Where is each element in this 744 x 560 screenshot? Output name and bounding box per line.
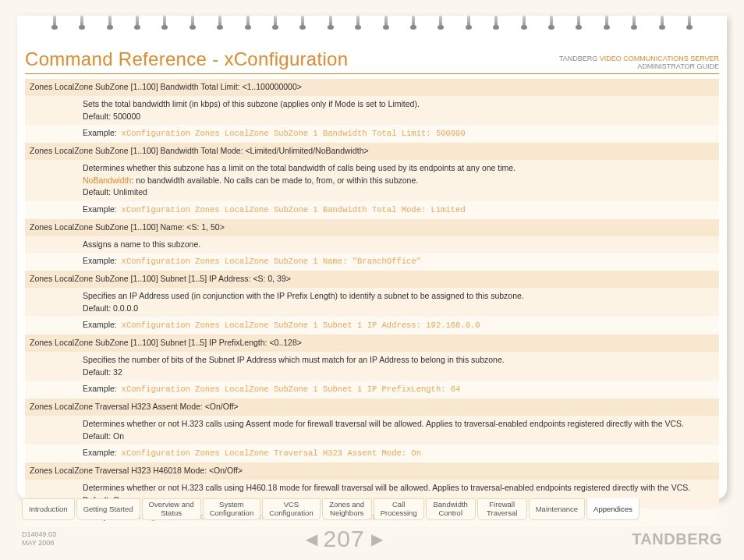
command-desc: Sets the total bandwidth limit (in kbps)… bbox=[25, 96, 719, 126]
tab-overview-and[interactable]: Overview andStatus bbox=[142, 498, 201, 520]
command-desc: Specifies the number of bits of the Subn… bbox=[25, 352, 719, 381]
tab-zones-and[interactable]: Zones andNeighbors bbox=[322, 498, 372, 520]
tab-bandwidth[interactable]: BandwidthControl bbox=[426, 498, 476, 520]
tab-call[interactable]: CallProcessing bbox=[374, 498, 424, 520]
content-area: Command Reference - xConfiguration TANDB… bbox=[17, 16, 727, 526]
command-example: Example: xConfiguration Zones LocalZone … bbox=[25, 445, 719, 463]
command-table: Zones LocalZone SubZone [1..100] Bandwid… bbox=[25, 79, 719, 526]
company-name: TANDBERG bbox=[559, 55, 597, 62]
command-desc: Determines whether or not H.323 calls us… bbox=[25, 416, 719, 445]
tab-introduction[interactable]: Introduction bbox=[22, 498, 75, 520]
tab-firewall[interactable]: FirewallTraversal bbox=[477, 498, 527, 520]
page-title: Command Reference - xConfiguration bbox=[25, 48, 348, 70]
prev-page-icon[interactable]: ◀ bbox=[306, 530, 317, 548]
guide-type: ADMINISTRATOR GUIDE bbox=[637, 62, 719, 70]
spiral-binding bbox=[17, 14, 727, 34]
command-header: Zones LocalZone SubZone [1..100] Bandwid… bbox=[25, 143, 719, 160]
tab-getting-started[interactable]: Getting Started bbox=[76, 498, 140, 520]
page-footer: D14049.03 MAY 2008 ◀ 207 ▶ TANDBERG bbox=[22, 526, 722, 552]
nav-tabs: IntroductionGetting StartedOverview andS… bbox=[22, 498, 639, 520]
command-example: Example: xConfiguration Zones LocalZone … bbox=[25, 201, 719, 219]
page: Command Reference - xConfiguration TANDB… bbox=[17, 16, 727, 499]
command-header: Zones LocalZone SubZone [1..100] Subnet … bbox=[25, 335, 719, 352]
command-desc: Assigns a name to this subzone. bbox=[25, 236, 719, 253]
command-header: Zones LocalZone Traversal H323 Assent Mo… bbox=[25, 399, 719, 416]
product-name: VIDEO COMMUNICATIONS SERVER bbox=[600, 55, 719, 62]
tab-vcs[interactable]: VCSConfiguration bbox=[262, 498, 321, 520]
command-header: Zones LocalZone SubZone [1..100] Name: <… bbox=[25, 219, 719, 236]
command-header: Zones LocalZone SubZone [1..100] Bandwid… bbox=[25, 79, 719, 96]
brand-logo: TANDBERG bbox=[632, 530, 722, 548]
command-example: Example: xConfiguration Zones LocalZone … bbox=[25, 125, 719, 143]
doc-id: D14049.03 MAY 2008 bbox=[22, 530, 56, 548]
command-desc: Specifies an IP Address used (in conjunc… bbox=[25, 288, 719, 317]
pager: ◀ 207 ▶ bbox=[306, 526, 383, 552]
next-page-icon[interactable]: ▶ bbox=[371, 530, 383, 548]
command-header: Zones LocalZone SubZone [1..100] Subnet … bbox=[25, 271, 719, 288]
command-example: Example: xConfiguration Zones LocalZone … bbox=[25, 317, 719, 335]
tab-system[interactable]: SystemConfiguration bbox=[203, 498, 261, 520]
header-right: TANDBERG VIDEO COMMUNICATIONS SERVER ADM… bbox=[559, 55, 719, 70]
command-desc: Determines whether this subzone has a li… bbox=[25, 160, 719, 201]
command-example: Example: xConfiguration Zones LocalZone … bbox=[25, 381, 719, 399]
tab-maintenance[interactable]: Maintenance bbox=[529, 498, 585, 520]
command-example: Example: xConfiguration Zones LocalZone … bbox=[25, 253, 719, 271]
tab-appendices[interactable]: Appendices bbox=[586, 498, 639, 520]
page-header: Command Reference - xConfiguration TANDB… bbox=[25, 48, 719, 74]
page-number: 207 bbox=[324, 526, 365, 552]
command-header: Zones LocalZone Traversal H323 H46018 Mo… bbox=[25, 463, 719, 480]
